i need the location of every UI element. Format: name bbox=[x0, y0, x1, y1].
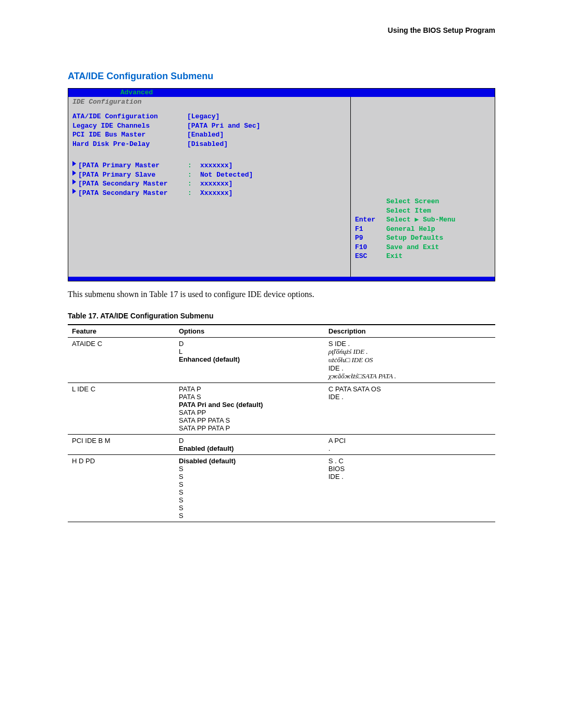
bios-setting-row: Legacy IDE Channels[PATA Pri and Sec] bbox=[72, 121, 346, 131]
bios-device-label: [PATA Secondary Master bbox=[78, 179, 188, 189]
bios-help-row: P9Setup Defaults bbox=[355, 233, 491, 243]
bios-device-label: [PATA Primary Slave bbox=[78, 170, 188, 180]
cell-feature: H D PD bbox=[68, 454, 175, 522]
bios-setting-label: ATA/IDE Configuration bbox=[72, 112, 187, 121]
bios-subtitle: IDE Configuration bbox=[72, 98, 346, 106]
bios-device-row: [PATA Secondary Master :xxxxxxx] bbox=[72, 179, 346, 189]
bios-device-sep: : bbox=[188, 161, 200, 170]
table-row: PCI IDE B MDEnabled (default)A PCI. bbox=[68, 434, 495, 454]
cell-feature: L IDE C bbox=[68, 382, 175, 434]
bios-device-sep: : bbox=[188, 189, 200, 198]
bios-help-action: Setup Defaults bbox=[386, 233, 443, 243]
cell-feature: PCI IDE B M bbox=[68, 434, 175, 454]
cell-description: C PATA SATA OS IDE . bbox=[324, 382, 495, 434]
cell-description: S . C BIOS IDE . bbox=[324, 454, 495, 522]
bios-help-action: Save and Exit bbox=[386, 243, 439, 252]
bios-device-label: [PATA Primary Master bbox=[78, 161, 188, 170]
bios-right-panel: Select ScreenSelect ItemEnterSelect ▶ Su… bbox=[351, 97, 495, 277]
table-header-row: Feature Options Description bbox=[68, 325, 495, 338]
bios-setting-value: [Disabled] bbox=[187, 140, 228, 149]
bios-setting-label: PCI IDE Bus Master bbox=[72, 130, 187, 140]
bios-device-value: Xxxxxxx] bbox=[200, 189, 232, 198]
bios-setting-value: [PATA Pri and Sec] bbox=[187, 121, 260, 131]
triangle-icon bbox=[72, 179, 76, 184]
bios-help-action: General Help bbox=[386, 225, 435, 234]
bios-help-row: Select Item bbox=[355, 206, 491, 216]
cell-options: DEnabled (default) bbox=[175, 434, 324, 454]
table-row: H D PDDisabled (default) S S S S S S SS … bbox=[68, 454, 495, 522]
bios-device-row: [PATA Primary Slave :Not Detected] bbox=[72, 170, 346, 180]
bios-tab-advanced: Advanced bbox=[68, 89, 153, 97]
bios-help-action: Select ▶ Sub-Menu bbox=[386, 215, 456, 225]
bios-device-row: [PATA Primary Master :xxxxxxx] bbox=[72, 161, 346, 170]
bios-help-row: F10Save and Exit bbox=[355, 243, 491, 252]
table-caption: Table 17. ATA/IDE Configuration Submenu bbox=[68, 312, 495, 320]
page-header: Using the BIOS Setup Program bbox=[68, 26, 495, 34]
bios-bottom-bar bbox=[68, 277, 495, 281]
triangle-icon bbox=[72, 170, 76, 176]
cell-options: DLEnhanced (default) bbox=[175, 337, 324, 382]
bios-help-row: EnterSelect ▶ Sub-Menu bbox=[355, 215, 491, 225]
col-feature: Feature bbox=[68, 325, 175, 338]
bios-device-row: [PATA Secondary Master :Xxxxxxx] bbox=[72, 189, 346, 198]
col-options: Options bbox=[175, 325, 324, 338]
bios-device-value: xxxxxxx] bbox=[200, 161, 232, 170]
bios-help-key: P9 bbox=[355, 233, 386, 243]
bios-help-key: ESC bbox=[355, 252, 386, 261]
bios-setting-row: PCI IDE Bus Master[Enabled] bbox=[72, 130, 346, 140]
bios-setting-row: ATA/IDE Configuration[Legacy] bbox=[72, 112, 346, 121]
table-row: ATAIDE CDLEnhanced (default)S IDE .ρţľőń… bbox=[68, 337, 495, 382]
bios-device-value: xxxxxxx] bbox=[200, 179, 232, 189]
bios-setting-value: [Legacy] bbox=[187, 112, 219, 121]
bios-top-bar: Advanced bbox=[68, 89, 495, 97]
bios-screenshot: Advanced IDE Configuration ATA/IDE Confi… bbox=[68, 88, 495, 281]
triangle-icon bbox=[72, 189, 76, 194]
bios-device-label: [PATA Secondary Master bbox=[78, 189, 188, 198]
bios-help-action: Exit bbox=[386, 252, 402, 261]
bios-help-key: Enter bbox=[355, 215, 386, 225]
cell-options: PATA PPATA SPATA Pri and Sec (default)SA… bbox=[175, 382, 324, 434]
cell-feature: ATAIDE C bbox=[68, 337, 175, 382]
cell-options: Disabled (default) S S S S S S S bbox=[175, 454, 324, 522]
bios-setting-label: Hard Disk Pre-Delay bbox=[72, 140, 187, 149]
bios-left-panel: IDE Configuration ATA/IDE Configuration[… bbox=[68, 97, 351, 277]
cell-description: A PCI. bbox=[324, 434, 495, 454]
bios-setting-row: Hard Disk Pre-Delay[Disabled] bbox=[72, 140, 346, 149]
bios-help-row: F1General Help bbox=[355, 225, 491, 234]
bios-setting-label: Legacy IDE Channels bbox=[72, 121, 187, 131]
bios-help-action: Select Item bbox=[386, 206, 431, 216]
bios-device-sep: : bbox=[188, 179, 200, 189]
bios-help-row: ESCExit bbox=[355, 252, 491, 261]
bios-help-key: F10 bbox=[355, 243, 386, 252]
section-title: ATA/IDE Configuration Submenu bbox=[68, 71, 495, 82]
bios-help-key bbox=[355, 197, 386, 206]
bios-help-row: Select Screen bbox=[355, 197, 491, 206]
bios-setting-value: [Enabled] bbox=[187, 130, 224, 140]
triangle-icon bbox=[72, 161, 76, 166]
cell-description: S IDE .ρţľőńųżś IDE .υżċőłu□ IDE OS IDE … bbox=[324, 337, 495, 382]
bios-help-key: F1 bbox=[355, 225, 386, 234]
bios-help-key bbox=[355, 206, 386, 216]
bios-content: IDE Configuration ATA/IDE Configuration[… bbox=[68, 97, 495, 277]
config-table: Feature Options Description ATAIDE CDLEn… bbox=[68, 324, 495, 522]
bios-help-action: Select Screen bbox=[386, 197, 439, 206]
bios-device-value: Not Detected] bbox=[200, 170, 253, 180]
intro-text: This submenu shown in Table 17 is used t… bbox=[68, 290, 495, 299]
bios-device-sep: : bbox=[188, 170, 200, 180]
document-page: Using the BIOS Setup Program ATA/IDE Con… bbox=[0, 0, 563, 728]
table-row: L IDE CPATA PPATA SPATA Pri and Sec (def… bbox=[68, 382, 495, 434]
col-description: Description bbox=[324, 325, 495, 338]
